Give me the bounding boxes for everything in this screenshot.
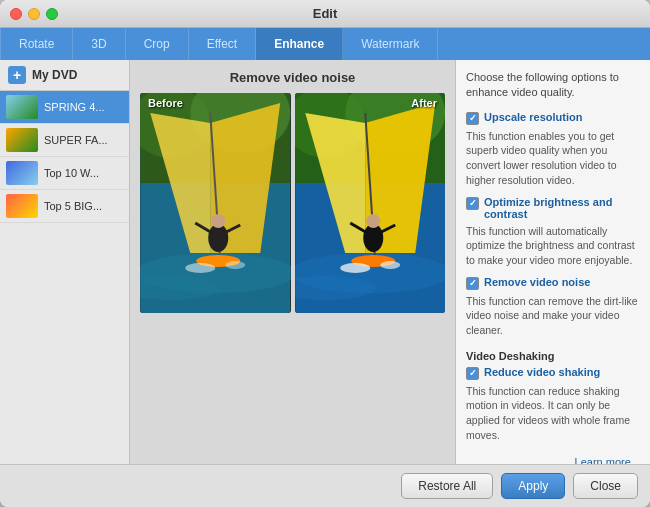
tab-crop[interactable]: Crop bbox=[126, 28, 189, 60]
deshaking-section-title: Video Deshaking bbox=[466, 350, 640, 362]
restore-all-button[interactable]: Restore All bbox=[401, 473, 493, 499]
close-button[interactable]: Close bbox=[573, 473, 638, 499]
close-traffic-light[interactable] bbox=[10, 8, 22, 20]
svg-point-30 bbox=[340, 263, 370, 273]
main-content: + My DVD SPRING 4... SUPER FA... Top 10 … bbox=[0, 60, 650, 464]
upscale-desc: This function enables you to get superb … bbox=[466, 129, 640, 188]
svg-point-26 bbox=[366, 214, 380, 228]
upscale-option-row: Upscale resolution bbox=[466, 111, 640, 125]
sidebar-header: + My DVD bbox=[0, 60, 129, 91]
center-panel: Remove video noise Before bbox=[130, 60, 455, 464]
brightness-checkbox[interactable] bbox=[466, 197, 479, 210]
tab-rotate[interactable]: Rotate bbox=[0, 28, 73, 60]
after-preview: After bbox=[295, 93, 446, 313]
sidebar-item-super[interactable]: SUPER FA... bbox=[0, 124, 129, 157]
noise-checkbox[interactable] bbox=[466, 277, 479, 290]
tab-3d[interactable]: 3D bbox=[73, 28, 125, 60]
brightness-desc: This function will automatically optimiz… bbox=[466, 224, 640, 268]
upscale-label[interactable]: Upscale resolution bbox=[484, 111, 582, 123]
sidebar-title: My DVD bbox=[32, 68, 77, 82]
before-image bbox=[140, 93, 291, 313]
svg-point-9 bbox=[208, 224, 228, 252]
add-button[interactable]: + bbox=[8, 66, 26, 84]
upscale-checkbox[interactable] bbox=[466, 112, 479, 125]
thumbnail-spring bbox=[6, 95, 38, 119]
tab-bar: Rotate 3D Crop Effect Enhance Watermark bbox=[0, 28, 650, 60]
after-image bbox=[295, 93, 446, 313]
tab-enhance[interactable]: Enhance bbox=[256, 28, 343, 60]
deshake-label[interactable]: Reduce video shaking bbox=[484, 366, 600, 378]
sidebar-item-top5[interactable]: Top 5 BIG... bbox=[0, 190, 129, 223]
traffic-lights bbox=[10, 8, 58, 20]
thumbnail-top5 bbox=[6, 194, 38, 218]
brightness-option-row: Optimize brightness and contrast bbox=[466, 196, 640, 220]
maximize-traffic-light[interactable] bbox=[46, 8, 58, 20]
deshake-option-row: Reduce video shaking bbox=[466, 366, 640, 380]
tab-watermark[interactable]: Watermark bbox=[343, 28, 438, 60]
before-label: Before bbox=[148, 97, 183, 109]
thumbnail-top10 bbox=[6, 161, 38, 185]
preview-images: Before bbox=[140, 93, 445, 313]
svg-point-15 bbox=[225, 261, 245, 269]
noise-desc: This function can remove the dirt-like v… bbox=[466, 294, 640, 338]
panel-description: Choose the following options to enhance … bbox=[466, 70, 640, 101]
tab-effect[interactable]: Effect bbox=[189, 28, 256, 60]
noise-option-row: Remove video noise bbox=[466, 276, 640, 290]
minimize-traffic-light[interactable] bbox=[28, 8, 40, 20]
window-title: Edit bbox=[313, 6, 338, 21]
svg-point-14 bbox=[185, 263, 215, 273]
after-label: After bbox=[411, 97, 437, 109]
brightness-label[interactable]: Optimize brightness and contrast bbox=[484, 196, 640, 220]
deshake-checkbox[interactable] bbox=[466, 367, 479, 380]
svg-point-25 bbox=[363, 224, 383, 252]
main-window: Edit Rotate 3D Crop Effect Enhance Water… bbox=[0, 0, 650, 507]
sidebar-item-spring[interactable]: SPRING 4... bbox=[0, 91, 129, 124]
bottom-bar: Restore All Apply Close bbox=[0, 464, 650, 507]
apply-button[interactable]: Apply bbox=[501, 473, 565, 499]
thumbnail-super bbox=[6, 128, 38, 152]
preview-title: Remove video noise bbox=[230, 70, 356, 85]
svg-point-31 bbox=[380, 261, 400, 269]
sidebar-item-top10[interactable]: Top 10 W... bbox=[0, 157, 129, 190]
deshake-desc: This function can reduce shaking motion … bbox=[466, 384, 640, 443]
noise-label[interactable]: Remove video noise bbox=[484, 276, 590, 288]
right-panel: Choose the following options to enhance … bbox=[455, 60, 650, 464]
learn-more-link[interactable]: Learn more... bbox=[466, 456, 640, 464]
sidebar: + My DVD SPRING 4... SUPER FA... Top 10 … bbox=[0, 60, 130, 464]
title-bar: Edit bbox=[0, 0, 650, 28]
svg-point-10 bbox=[211, 214, 225, 228]
before-preview: Before bbox=[140, 93, 291, 313]
